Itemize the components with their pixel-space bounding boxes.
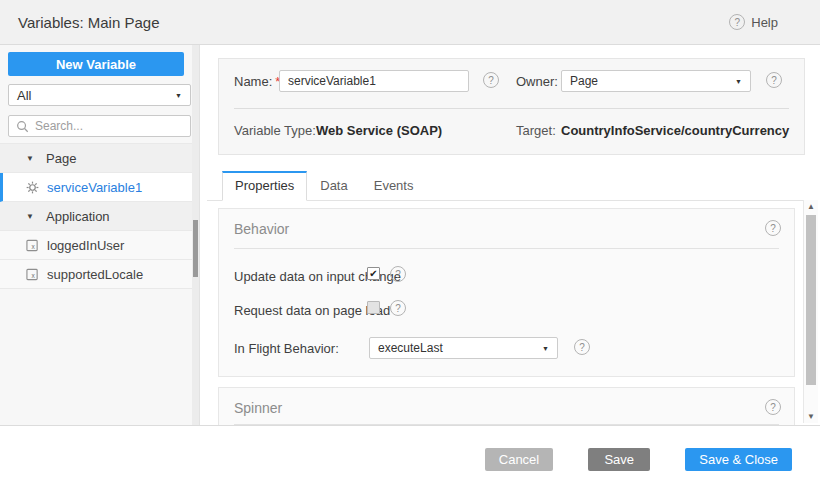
- help-link[interactable]: Help: [729, 14, 778, 30]
- sidebar-item-supportedlocale[interactable]: x supportedLocale: [0, 260, 199, 289]
- static-variable-icon: x: [26, 268, 39, 281]
- request-data-checkbox[interactable]: [367, 301, 380, 314]
- search-icon: [16, 120, 29, 133]
- behavior-help-icon[interactable]: [765, 220, 781, 236]
- variables-sidebar: New Variable All ▼ ▼ Page: [0, 45, 200, 425]
- name-input[interactable]: [279, 70, 469, 92]
- spinner-section: Spinner: [218, 387, 795, 425]
- tree-item-label: serviceVariable1: [47, 180, 142, 195]
- chevron-down-icon: ▼: [175, 92, 182, 99]
- detail-tabs: Properties Data Events: [207, 170, 803, 201]
- dialog-header: Variables: Main Page Help: [0, 0, 820, 45]
- spinner-help-icon[interactable]: [765, 399, 781, 415]
- name-label: Name:*: [234, 74, 280, 89]
- content-scrollbar-track[interactable]: ▲ ▼: [803, 200, 818, 423]
- owner-label: Owner:*: [516, 74, 566, 89]
- target-value: CountryInfoService/countryCurrency: [561, 123, 789, 138]
- tab-events[interactable]: Events: [361, 171, 427, 201]
- update-data-help-icon[interactable]: [390, 266, 406, 282]
- svg-text:x: x: [32, 242, 36, 249]
- inflight-help-icon[interactable]: [574, 339, 590, 355]
- inflight-behavior-select[interactable]: executeLast ▼: [369, 337, 558, 359]
- inflight-behavior-value: executeLast: [378, 341, 542, 355]
- svg-text:x: x: [32, 271, 36, 278]
- name-help-icon[interactable]: [483, 72, 499, 88]
- sidebar-item-loggedinuser[interactable]: x loggedInUser: [0, 231, 199, 260]
- scroll-up-arrow-icon[interactable]: ▲: [804, 202, 818, 211]
- tree-item-label: supportedLocale: [47, 267, 143, 282]
- variable-summary-card: Name:* Owner:* Page ▼ Variable Type: Web…: [218, 58, 805, 155]
- tree-group-label: Page: [46, 151, 76, 166]
- page-title: Variables: Main Page: [18, 14, 729, 31]
- search-input[interactable]: [35, 119, 183, 133]
- collapse-arrow-icon[interactable]: ▼: [26, 212, 38, 221]
- save-and-close-button[interactable]: Save & Close: [685, 448, 792, 471]
- static-variable-icon: x: [26, 239, 39, 252]
- sidebar-group-application[interactable]: ▼ Application: [0, 202, 199, 231]
- request-data-help-icon[interactable]: [390, 300, 406, 316]
- chevron-down-icon: ▼: [735, 78, 742, 85]
- sidebar-item-servicevariable1[interactable]: serviceVariable1: [0, 173, 199, 202]
- inflight-behavior-label: In Flight Behavior:: [234, 341, 339, 356]
- content-scrollbar-thumb[interactable]: [806, 215, 816, 385]
- owner-help-icon[interactable]: [766, 72, 782, 88]
- behavior-section-title: Behavior: [234, 221, 289, 237]
- tree-item-label: loggedInUser: [47, 238, 124, 253]
- variable-search[interactable]: [8, 115, 191, 137]
- collapse-arrow-icon[interactable]: ▼: [26, 154, 38, 163]
- variable-filter-select[interactable]: All ▼: [8, 84, 191, 106]
- section-divider: [234, 248, 779, 249]
- sidebar-group-page[interactable]: ▼ Page: [0, 144, 199, 173]
- variable-type-label: Variable Type:: [234, 123, 316, 138]
- variable-detail-panel: Name:* Owner:* Page ▼ Variable Type: Web…: [200, 45, 820, 425]
- dialog-body: New Variable All ▼ ▼ Page: [0, 45, 820, 425]
- sidebar-scrollbar-thumb[interactable]: [193, 220, 198, 277]
- spinner-section-title: Spinner: [234, 400, 282, 416]
- cancel-button[interactable]: Cancel: [485, 448, 553, 471]
- form-divider: [234, 108, 789, 109]
- target-label: Target:: [516, 123, 556, 138]
- tab-properties[interactable]: Properties: [222, 171, 307, 201]
- dialog-footer: Cancel Save Save & Close: [0, 425, 820, 487]
- tree-group-label: Application: [46, 209, 110, 224]
- variable-filter-value: All: [17, 88, 175, 103]
- variables-tree: ▼ Page serviceVariable1 ▼ Application x: [0, 143, 199, 289]
- webservice-variable-icon: [26, 181, 39, 194]
- chevron-down-icon: ▼: [542, 345, 549, 352]
- update-data-checkbox[interactable]: [367, 267, 380, 280]
- scroll-down-arrow-icon[interactable]: ▼: [804, 412, 818, 421]
- variable-type-value: Web Service (SOAP): [316, 123, 442, 138]
- behavior-section: Behavior Update data on input change Req…: [218, 208, 795, 377]
- owner-value: Page: [570, 74, 735, 88]
- owner-select[interactable]: Page ▼: [561, 70, 751, 92]
- help-circle-icon: [729, 14, 745, 30]
- variables-dialog: Variables: Main Page Help New Variable A…: [0, 0, 820, 487]
- save-button[interactable]: Save: [588, 448, 650, 471]
- help-label: Help: [751, 15, 778, 30]
- sidebar-scrollbar-track[interactable]: [192, 45, 199, 425]
- tab-data[interactable]: Data: [307, 171, 360, 201]
- new-variable-button[interactable]: New Variable: [8, 52, 184, 76]
